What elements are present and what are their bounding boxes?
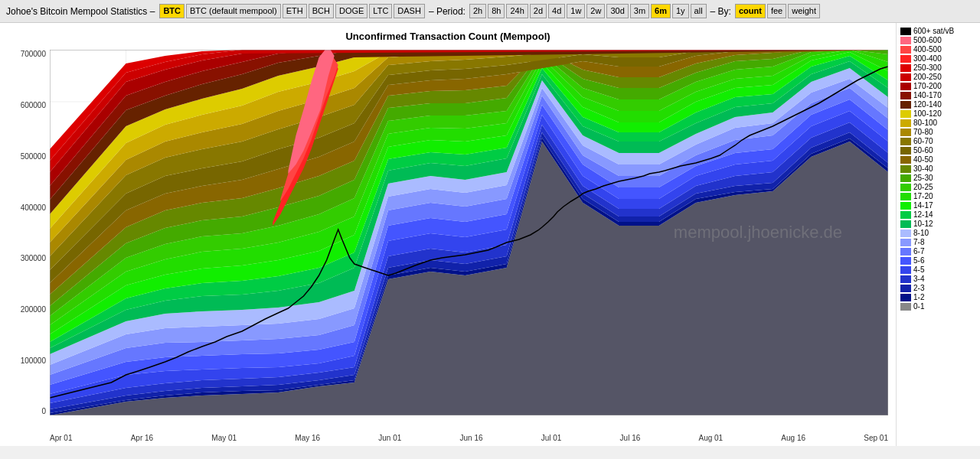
legend-color-40-50 (900, 156, 911, 164)
legend-label-8-10: 8-10 (913, 229, 929, 237)
x-label-jun16: Jun 16 (460, 434, 483, 442)
legend-label-20-25: 20-25 (913, 183, 933, 191)
x-label-jun01: Jun 01 (378, 434, 401, 442)
y-label-400k: 400000 (0, 203, 50, 212)
period-4d[interactable]: 4d (548, 4, 565, 18)
legend-color-70-80 (900, 129, 911, 136)
chart-container: Unconfirmed Transaction Count (Mempool) … (0, 23, 980, 446)
legend-label-300-400: 300-400 (913, 54, 942, 63)
coin-ltc[interactable]: LTC (369, 4, 392, 18)
legend-item-170-200: 170-200 (900, 82, 976, 90)
legend-color-14-17 (900, 202, 911, 210)
x-label-apr16: Apr 16 (131, 434, 153, 442)
x-label-aug16: Aug 16 (781, 434, 805, 442)
legend-item-17-20: 17-20 (900, 192, 976, 200)
legend-item-2-3: 2-3 (900, 284, 976, 292)
period-2d[interactable]: 2d (530, 4, 547, 18)
x-label-jul16: Jul 16 (620, 434, 641, 442)
y-label-500k: 500000 (0, 152, 50, 161)
period-1y[interactable]: 1y (672, 4, 689, 18)
legend-item-100-120: 100-120 (900, 109, 976, 118)
y-label-300k: 300000 (0, 254, 50, 262)
y-label-600k: 600000 (0, 101, 50, 109)
legend-item-500-600: 500-600 (900, 36, 976, 44)
period-2w[interactable]: 2w (586, 4, 605, 18)
by-fee[interactable]: fee (767, 4, 786, 18)
legend-label-3-4: 3-4 (913, 275, 924, 283)
legend-label-30-40: 30-40 (913, 164, 933, 173)
period-8h[interactable]: 8h (488, 4, 505, 18)
y-label-200k: 200000 (0, 305, 50, 314)
legend-item-4-5: 4-5 (900, 265, 976, 274)
legend-item-80-100: 80-100 (900, 119, 976, 127)
legend-label-140-170: 140-170 (913, 91, 942, 99)
coin-btc[interactable]: BTC (159, 4, 185, 18)
coin-btc-default[interactable]: BTC (default mempool) (186, 4, 281, 18)
legend-color-8-10 (900, 230, 911, 237)
period-separator: – Period: (429, 6, 466, 17)
legend-label-17-20: 17-20 (913, 192, 933, 200)
legend-color-600plus (900, 28, 911, 35)
legend-label-7-8: 7-8 (913, 238, 924, 246)
legend-label-170-200: 170-200 (913, 82, 942, 90)
legend-item-5-6: 5-6 (900, 256, 976, 265)
legend-item-400-500: 400-500 (900, 45, 976, 54)
legend-item-3-4: 3-4 (900, 275, 976, 283)
legend-color-0-1 (900, 303, 911, 311)
x-label-jul01: Jul 01 (541, 434, 562, 442)
period-all[interactable]: all (691, 4, 707, 18)
period-24h[interactable]: 24h (506, 4, 528, 18)
legend-label-5-6: 5-6 (913, 256, 924, 265)
x-label-may01: May 01 (211, 434, 237, 442)
legend-label-400-500: 400-500 (913, 45, 942, 54)
coin-bch[interactable]: BCH (309, 4, 334, 18)
x-label-aug01: Aug 01 (698, 434, 723, 442)
legend-color-500-600 (900, 37, 911, 44)
legend-color-20-25 (900, 184, 911, 191)
legend-label-10-12: 10-12 (913, 220, 933, 228)
legend-item-140-170: 140-170 (900, 91, 976, 99)
legend-label-80-100: 80-100 (913, 119, 937, 127)
x-label-may16: May 16 (295, 434, 320, 442)
period-6m[interactable]: 6m (651, 4, 671, 18)
legend-color-7-8 (900, 239, 911, 246)
y-label-0: 0 (0, 407, 50, 415)
y-label-700k: 700000 (0, 50, 50, 58)
legend-color-6-7 (900, 248, 911, 256)
legend-label-250-300: 250-300 (913, 63, 942, 72)
legend-item-50-60: 50-60 (900, 146, 976, 155)
legend-item-300-400: 300-400 (900, 54, 976, 63)
legend-color-2-3 (900, 285, 911, 292)
legend-item-14-17: 14-17 (900, 201, 976, 210)
legend-color-170-200 (900, 83, 911, 90)
legend-label-200-250: 200-250 (913, 73, 942, 81)
legend-label-4-5: 4-5 (913, 265, 924, 274)
by-weight[interactable]: weight (788, 4, 820, 18)
by-count[interactable]: count (735, 4, 766, 18)
coin-doge[interactable]: DOGE (335, 4, 368, 18)
legend-color-17-20 (900, 193, 911, 200)
legend-label-500-600: 500-600 (913, 36, 942, 44)
y-label-100k: 100000 (0, 356, 50, 365)
legend-label-60-70: 60-70 (913, 137, 933, 145)
legend-label-100-120: 100-120 (913, 109, 942, 118)
legend-label-70-80: 70-80 (913, 128, 933, 136)
period-2h[interactable]: 2h (469, 4, 486, 18)
coin-eth[interactable]: ETH (283, 4, 307, 18)
legend-color-1-2 (900, 294, 911, 301)
period-1w[interactable]: 1w (567, 4, 585, 18)
header-bar: Johoe's Bitcoin Mempool Statistics – BTC… (0, 0, 980, 23)
coin-dash[interactable]: DASH (394, 4, 425, 18)
period-3m[interactable]: 3m (630, 4, 649, 18)
legend-item-600plus: 600+ sat/vB (900, 27, 976, 35)
legend-label-25-30: 25-30 (913, 174, 933, 182)
chart-svg: mempool.jhoenicke.de (50, 50, 888, 415)
legend-item-25-30: 25-30 (900, 174, 976, 182)
x-axis: Apr 01 Apr 16 May 01 May 16 Jun 01 Jun 1… (50, 434, 888, 442)
legend-item-120-140: 120-140 (900, 100, 976, 109)
legend-label-6-7: 6-7 (913, 247, 924, 256)
legend-color-60-70 (900, 138, 911, 145)
x-label-sep01: Sep 01 (864, 434, 888, 442)
legend-label-120-140: 120-140 (913, 100, 942, 109)
period-30d[interactable]: 30d (606, 4, 628, 18)
